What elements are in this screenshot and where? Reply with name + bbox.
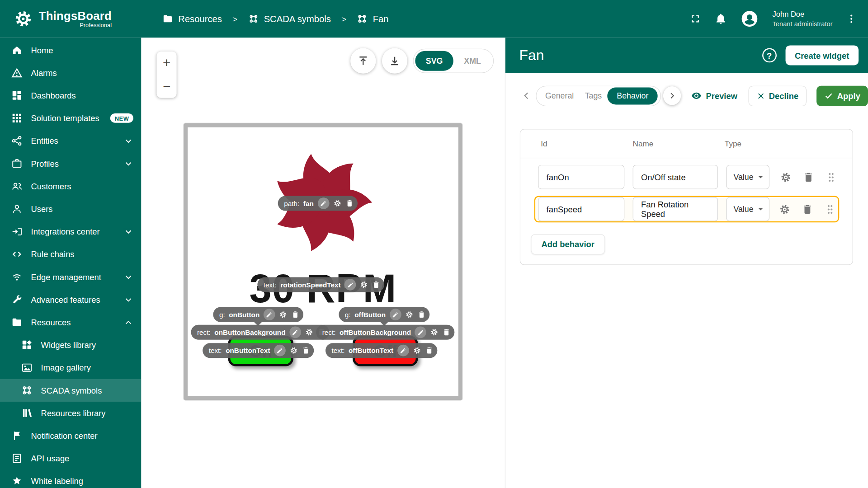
row-delete-button[interactable] xyxy=(803,171,815,183)
breadcrumb-label: Fan xyxy=(373,14,389,24)
add-behavior-button[interactable]: Add behavior xyxy=(531,234,605,254)
element-tag-onbuttontext[interactable]: textonButtonText xyxy=(203,343,314,358)
sidebar-item-integrations-center[interactable]: Integrations center xyxy=(0,220,141,243)
sidebar-item-profiles[interactable]: Profiles xyxy=(0,152,141,175)
upload-button[interactable] xyxy=(350,48,376,74)
tabs-scroll-left-button[interactable] xyxy=(521,90,531,101)
element-tag-fan[interactable]: pathfan xyxy=(278,196,358,211)
element-tag-offbuttonbackground[interactable]: rectoffButtonBackground xyxy=(316,325,455,340)
tag-edit-button[interactable] xyxy=(415,326,427,338)
tabs-row: GeneralTagsBehavior Preview Decline Appl… xyxy=(505,73,868,118)
tag-delete-button[interactable] xyxy=(291,310,299,319)
sidebar-item-image-gallery[interactable]: Image gallery xyxy=(0,357,141,379)
tag-delete-button[interactable] xyxy=(372,281,380,289)
sidebar-item-customers[interactable]: Customers xyxy=(0,175,141,197)
create-widget-button[interactable]: Create widget xyxy=(785,45,859,65)
decline-button[interactable]: Decline xyxy=(748,85,807,106)
tag-edit-button[interactable] xyxy=(264,309,275,320)
chevron-down-icon xyxy=(755,204,765,214)
app-logo[interactable]: ThingsBoard Professional xyxy=(0,9,141,29)
sidebar-item-solution-templates[interactable]: Solution templatesNEW xyxy=(0,107,141,129)
sidebar-item-users[interactable]: Users xyxy=(0,197,141,220)
element-tag-onbuttonbackground[interactable]: rectonButtonBackground xyxy=(191,325,329,340)
apply-button[interactable]: Apply xyxy=(817,85,868,106)
integrations-icon xyxy=(11,226,23,238)
sidebar-item-scada-symbols[interactable]: SCADA symbols xyxy=(0,379,141,402)
sidebar-item-resources[interactable]: Resources xyxy=(0,311,141,333)
more-menu-button[interactable] xyxy=(846,13,857,24)
tag-delete-button[interactable] xyxy=(302,347,310,355)
tag-settings-button[interactable] xyxy=(413,347,421,355)
tab-tags[interactable]: Tags xyxy=(579,87,607,104)
sidebar-item-entities[interactable]: Entities xyxy=(0,130,141,152)
tab-behavior[interactable]: Behavior xyxy=(607,87,658,104)
sidebar-item-home[interactable]: Home xyxy=(0,39,141,61)
behavior-row-fanon[interactable]: fanOnOn/Off stateValue xyxy=(520,164,853,190)
row-settings-button[interactable] xyxy=(780,171,792,183)
sidebar-item-rule-chains[interactable]: Rule chains xyxy=(0,243,141,266)
behavior-id-input[interactable]: fanOn xyxy=(538,165,624,189)
tag-edit-button[interactable] xyxy=(397,345,409,357)
sidebar-item-alarms[interactable]: Alarms xyxy=(0,61,141,84)
row-delete-button[interactable] xyxy=(802,203,813,215)
tab-general[interactable]: General xyxy=(540,87,580,104)
behavior-type-select[interactable]: Value xyxy=(726,165,770,189)
tag-delete-button[interactable] xyxy=(345,199,354,207)
sidebar-item-dashboards[interactable]: Dashboards xyxy=(0,84,141,107)
sidebar-item-edge-management[interactable]: Edge management xyxy=(0,266,141,288)
app-subtitle: Professional xyxy=(39,22,112,28)
sidebar-item-resources-library[interactable]: Resources library xyxy=(0,402,141,424)
sidebar-item-api-usage[interactable]: API usage xyxy=(0,447,141,469)
zoom-in-button[interactable]: + xyxy=(158,54,175,72)
tag-edit-button[interactable] xyxy=(390,309,401,320)
fullscreen-icon xyxy=(689,13,702,25)
tag-settings-button[interactable] xyxy=(279,310,287,319)
tag-settings-button[interactable] xyxy=(305,328,313,336)
breadcrumb-item-resources[interactable]: Resources xyxy=(162,13,222,24)
toggle-xml[interactable]: XML xyxy=(453,51,491,71)
user-avatar[interactable] xyxy=(740,9,759,28)
tag-edit-button[interactable] xyxy=(344,279,356,291)
fullscreen-button[interactable] xyxy=(689,13,702,25)
sidebar-item-advanced-features[interactable]: Advanced features xyxy=(0,288,141,311)
tag-edit-button[interactable] xyxy=(274,345,286,357)
behavior-row-fanspeed[interactable]: fanSpeedFan Rotation SpeedValue xyxy=(534,196,840,222)
element-tag-offbuttontext[interactable]: textoffButtonText xyxy=(326,343,437,358)
chevron-down-icon xyxy=(123,295,133,305)
breadcrumb-item-fan[interactable]: Fan xyxy=(357,13,388,24)
tag-delete-button[interactable] xyxy=(417,310,425,319)
behavior-name-input[interactable]: Fan Rotation Speed xyxy=(633,197,718,221)
toggle-svg[interactable]: SVG xyxy=(415,51,453,71)
notifications-button[interactable] xyxy=(715,13,727,25)
sidebar-item-notification-center[interactable]: Notification center xyxy=(0,424,141,447)
tag-delete-button[interactable] xyxy=(425,347,433,355)
behavior-id-input[interactable]: fanSpeed xyxy=(538,197,624,221)
drag-handle[interactable] xyxy=(824,203,836,215)
tag-edit-button[interactable] xyxy=(289,326,301,338)
tag-edit-button[interactable] xyxy=(317,197,329,209)
help-button[interactable]: ? xyxy=(762,48,777,63)
zoom-out-button[interactable]: − xyxy=(158,77,175,95)
user-role: Tenant administrator xyxy=(772,19,832,28)
tag-settings-button[interactable] xyxy=(360,281,368,289)
download-button[interactable] xyxy=(382,48,407,74)
element-tag-offbutton[interactable]: goffButton xyxy=(339,307,429,322)
tag-settings-button[interactable] xyxy=(333,199,341,207)
behavior-type-select[interactable]: Value xyxy=(726,197,770,221)
tag-delete-button[interactable] xyxy=(443,328,451,336)
element-tag-rotationspeedtext[interactable]: textrotationSpeedText xyxy=(257,277,384,292)
api-icon xyxy=(11,453,23,465)
tag-settings-button[interactable] xyxy=(289,347,297,355)
sidebar-item-widgets-library[interactable]: Widgets library xyxy=(0,333,141,356)
row-settings-button[interactable] xyxy=(779,203,791,215)
sidebar-item-white-labeling[interactable]: White labeling xyxy=(0,470,141,488)
breadcrumb-item-scada-symbols[interactable]: SCADA symbols xyxy=(248,13,331,24)
element-tag-onbutton[interactable]: gonButton xyxy=(213,307,303,322)
preview-button[interactable]: Preview xyxy=(691,90,737,101)
behavior-name-input[interactable]: On/Off state xyxy=(633,165,718,189)
tag-settings-button[interactable] xyxy=(430,328,439,336)
tabs-scroll-right-button[interactable] xyxy=(663,86,681,105)
tag-settings-button[interactable] xyxy=(405,310,413,319)
drag-handle[interactable] xyxy=(826,171,837,183)
library-icon xyxy=(21,407,33,419)
